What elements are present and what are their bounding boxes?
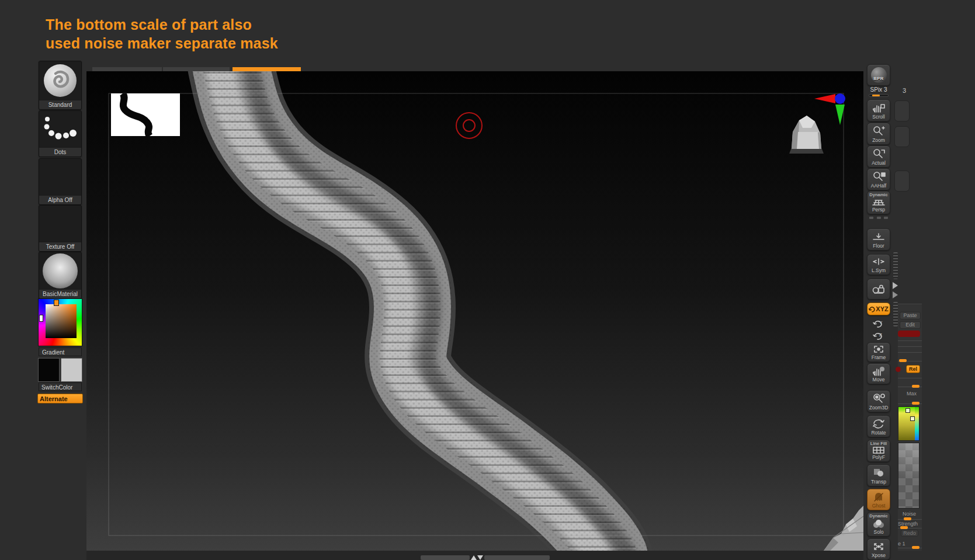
- redo-button[interactable]: Redo: [901, 530, 918, 537]
- alpha-thumbnail[interactable]: [39, 159, 81, 195]
- secondary-color-swatch[interactable]: [61, 358, 82, 382]
- hidden-tray-fragment: [894, 100, 910, 121]
- color-picker[interactable]: [38, 298, 82, 346]
- ghost-icon: [868, 491, 890, 503]
- slider-handle[interactable]: [899, 359, 907, 362]
- zoom-button[interactable]: Zoom: [867, 123, 890, 145]
- switchcolor-label[interactable]: SwitchColor: [39, 382, 82, 391]
- curve-dot: [896, 367, 901, 372]
- alpha-mask-preview: [111, 93, 180, 136]
- zbrush-window: The bottom scale of part also used noise…: [0, 0, 975, 560]
- scroll-up-arrow[interactable]: [471, 555, 477, 560]
- stroke-label: Dots: [39, 147, 81, 156]
- zoom3d-button[interactable]: Zoom3D: [867, 390, 890, 412]
- noise-preview[interactable]: [898, 443, 920, 509]
- persp-button[interactable]: Dynamic Persp: [867, 191, 890, 214]
- main-color-swatch[interactable]: [38, 358, 60, 382]
- top-divider-segment: [92, 67, 162, 71]
- rotate-y-button[interactable]: Y: [867, 318, 890, 329]
- size-slider-handle[interactable]: [912, 546, 920, 549]
- alternate-button[interactable]: Alternate: [37, 394, 83, 404]
- transparency-icon: [868, 466, 890, 479]
- transp-button[interactable]: Transp: [867, 464, 890, 486]
- noise-color-picker[interactable]: [898, 406, 920, 441]
- scroll-down-arrow[interactable]: [477, 555, 483, 560]
- brush-label: Standard: [39, 100, 81, 109]
- noise-slider-handle[interactable]: [904, 517, 911, 520]
- bpr-sphere-icon: BPR: [871, 67, 887, 83]
- floor-button[interactable]: Floor: [867, 228, 890, 251]
- noise-label: Noise: [903, 511, 916, 517]
- sv-marker[interactable]: [39, 315, 43, 322]
- material-sphere-icon: [43, 253, 78, 288]
- symmetry-icon: [868, 256, 890, 267]
- material-selector[interactable]: BasicMaterial: [39, 252, 82, 299]
- mask-curve: [111, 93, 180, 136]
- solo-button[interactable]: Dynamic Solo: [867, 512, 890, 537]
- bpr-button[interactable]: BPR: [867, 64, 890, 86]
- rel-button[interactable]: Rel: [906, 365, 920, 373]
- edit-button[interactable]: Edit: [900, 321, 921, 329]
- xyz-rotation-button[interactable]: XYZ: [867, 302, 890, 315]
- annotation-title: The bottom scale of part also used noise…: [46, 15, 278, 53]
- rotate-arrow-icon: [869, 305, 875, 312]
- aahalf-button[interactable]: AAHalf: [867, 168, 890, 190]
- spix-slider[interactable]: [869, 94, 889, 97]
- color-sv-square[interactable]: [46, 304, 77, 338]
- strength-slider-handle[interactable]: [900, 526, 908, 529]
- magnifier-half-icon: [868, 170, 890, 183]
- hidden-tray-fragment: [894, 171, 910, 192]
- material-thumbnail[interactable]: [39, 252, 81, 289]
- ghost-button[interactable]: Ghost: [867, 489, 890, 510]
- spix-slider-handle[interactable]: [872, 95, 880, 96]
- hue-marker[interactable]: [54, 300, 59, 306]
- spix-control[interactable]: SPix 3: [867, 86, 890, 97]
- polyf-button[interactable]: Line Fill PolyF: [867, 440, 890, 462]
- stroke-thumbnail[interactable]: [39, 111, 81, 147]
- svg-text:Z: Z: [879, 332, 882, 338]
- rotate-z-button[interactable]: Z: [867, 330, 890, 342]
- swirl-icon: [44, 64, 77, 97]
- texture-selector[interactable]: Texture Off: [39, 205, 82, 252]
- perspective-grid-icon: [868, 197, 890, 207]
- axis-z-dot: [835, 93, 845, 104]
- wireframe-grid-icon: [868, 446, 890, 454]
- curve-bar[interactable]: [898, 331, 920, 337]
- size-label: e 1: [898, 541, 905, 547]
- tray-expand-arrow2[interactable]: [893, 291, 898, 298]
- brush-selector[interactable]: Standard: [39, 61, 82, 110]
- slider-handle[interactable]: [912, 402, 920, 405]
- rotate-button[interactable]: Rotate: [867, 415, 890, 437]
- shelf-separator: [869, 217, 888, 219]
- slider-handle[interactable]: [912, 385, 920, 388]
- document-canvas[interactable]: [86, 71, 863, 551]
- gradient-label: Gradient: [39, 347, 82, 356]
- move-button[interactable]: Move: [867, 363, 890, 384]
- magnifier-actual-icon: [868, 147, 890, 160]
- stroke-selector[interactable]: Dots: [39, 110, 82, 157]
- actual-button[interactable]: Actual: [867, 145, 890, 168]
- top-divider-highlight: [233, 67, 301, 71]
- alpha-selector[interactable]: Alpha Off: [39, 158, 82, 205]
- hand-icon: [868, 101, 890, 114]
- paste-button[interactable]: Paste: [900, 312, 921, 319]
- lsym-button[interactable]: L.Sym: [867, 254, 890, 275]
- xpose-arrows-icon: [868, 540, 890, 552]
- tray-scroll-stripe[interactable]: [893, 252, 898, 279]
- lock-camera-icon: [868, 280, 890, 298]
- texture-thumbnail[interactable]: [39, 206, 81, 242]
- horizontal-scrollbar-left[interactable]: [421, 555, 470, 560]
- tray-expand-arrow[interactable]: [893, 282, 898, 289]
- tray-scroll-stripe[interactable]: [893, 302, 898, 326]
- alpha-label: Alpha Off: [39, 195, 81, 204]
- magnifier-icon: [868, 124, 890, 137]
- brush-thumbnail[interactable]: [39, 61, 81, 100]
- frame-button[interactable]: Frame: [867, 342, 890, 362]
- horizontal-scrollbar-right[interactable]: [484, 555, 550, 560]
- xpose-button[interactable]: Xpose: [867, 538, 890, 560]
- local-transform-button[interactable]: [867, 279, 890, 300]
- spix-label: SPix 3: [870, 86, 887, 93]
- scroll-button[interactable]: Scroll: [867, 99, 890, 121]
- top-divider-segment: [163, 67, 230, 71]
- rotate-y-icon: Y: [872, 318, 885, 329]
